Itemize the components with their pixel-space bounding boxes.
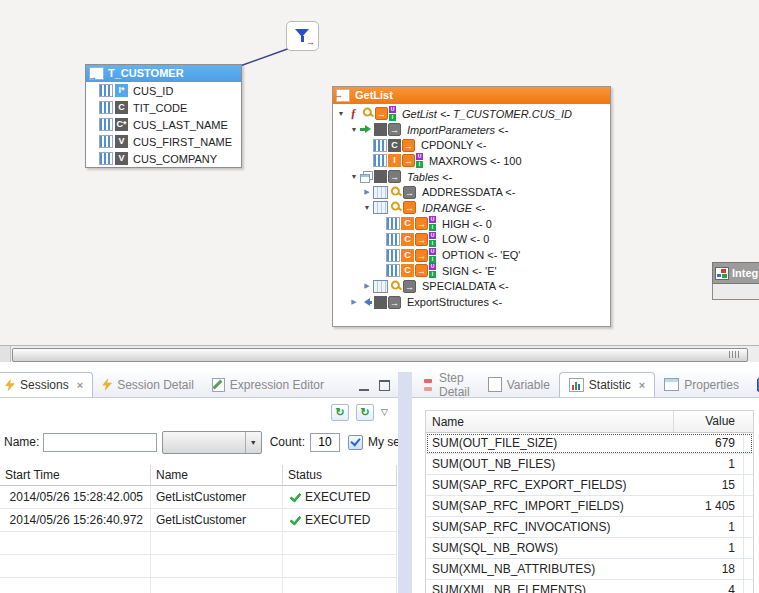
t-customer-datastore[interactable]: T_CUSTOMER I*CUS_IDCTIT_CODEC*CUS_LAST_N… — [85, 64, 242, 168]
flag-letter: U — [389, 106, 396, 113]
mapping-tree-row[interactable]: ▶→ExportStructures <- — [333, 294, 610, 310]
column-header-value[interactable]: Value — [673, 411, 743, 432]
refresh-clock-icon[interactable]: ↻ — [331, 404, 349, 421]
tab-label: Session Detail — [117, 378, 194, 392]
edit-icon — [212, 378, 225, 392]
import-icon — [360, 123, 373, 136]
mapping-tree-row[interactable]: ▶→ADDRESSDATA <- — [333, 184, 610, 200]
column-type-badge: I* — [115, 84, 128, 97]
expander-right-icon[interactable]: ▶ — [362, 187, 372, 197]
view-tab-properties[interactable]: Properties — [655, 372, 748, 397]
mapping-tree-row[interactable]: ▼I→UIMAXROWS <- 100 — [333, 153, 610, 169]
stat-row[interactable]: SUM(OUT_NB_FILES)1 — [426, 454, 753, 475]
my-sessions-label: My se — [368, 435, 398, 449]
view-tab-statistic[interactable]: Statistic× — [559, 372, 655, 398]
mapping-tree-row[interactable]: ▼→IDRANGE <- — [333, 200, 610, 216]
mapping-flags-icon: UI — [429, 248, 436, 263]
column-icon — [99, 135, 113, 148]
tables-icon — [360, 171, 373, 183]
tab-label: Expression Editor — [230, 378, 324, 392]
table-column-row[interactable]: VCUS_FIRST_NAME — [86, 133, 241, 150]
column-header-name[interactable]: Name — [426, 415, 673, 429]
scrollbar-grip-icon — [729, 351, 739, 358]
stat-row[interactable]: SUM(XML_NB_ATTRIBUTES)18 — [426, 559, 753, 580]
chevron-down-icon[interactable]: ▼ — [245, 432, 261, 453]
expander-down-icon[interactable]: ▼ — [336, 109, 346, 119]
expander-down-icon[interactable]: ▼ — [349, 172, 359, 182]
expander-right-icon[interactable]: ▶ — [349, 297, 359, 307]
out-arrow-icon: → — [375, 107, 388, 120]
stat-row[interactable]: SUM(XML_NB_ELEMENTS)4 — [426, 580, 753, 593]
mapping-tree-row[interactable]: ▼C→CPDONLY <- — [333, 137, 610, 153]
type-badge: C — [401, 264, 414, 277]
statistic-table-header[interactable]: Name Value — [426, 411, 753, 433]
integration-header[interactable]: Integ — [712, 262, 759, 284]
column-header-status[interactable]: Status — [283, 465, 397, 485]
session-row[interactable]: 2014/05/26 15:28:42.005GetListCustomerEX… — [0, 486, 397, 509]
mapping-tree-row[interactable]: ▼→Tables <- — [333, 169, 610, 185]
mapping-tree-row[interactable]: ▼C→UIOPTION <- 'EQ' — [333, 247, 610, 263]
out-arrow-icon: → — [403, 186, 416, 199]
table-column-row[interactable]: C*CUS_LAST_NAME — [86, 116, 241, 133]
getlist-header[interactable]: GetList — [333, 87, 610, 104]
name-filter-input[interactable] — [43, 433, 157, 452]
rfc-call-icon — [336, 89, 350, 102]
scrollbar-thumb[interactable] — [12, 348, 748, 362]
mapping-tree-row[interactable]: ▼ƒ→UIGetList <- T_CUSTOMER.CUS_ID — [333, 106, 610, 122]
mapping-tree-row[interactable]: ▼C→UIHIGH <- 0 — [333, 216, 610, 232]
panel-sash[interactable] — [398, 372, 412, 593]
expander-down-icon[interactable]: ▼ — [362, 203, 372, 213]
minimize-icon[interactable] — [359, 381, 369, 391]
stat-row[interactable]: SUM(OUT_FILE_SIZE)679 — [426, 433, 753, 454]
expander-right-icon[interactable]: ▶ — [362, 281, 372, 291]
column-header-name[interactable]: Name — [151, 465, 283, 485]
stat-row[interactable]: SUM(SAP_RFC_INVOCATIONS)1 — [426, 517, 753, 538]
table-column-row[interactable]: CTIT_CODE — [86, 99, 241, 116]
view-tab-expression-editor[interactable]: Expression Editor — [203, 372, 333, 397]
mapping-canvas[interactable]: → T_CUSTOMER I*CUS_IDCTIT_CODEC*CUS_LAST… — [0, 0, 759, 345]
table-column-row[interactable]: VCUS_COMPANY — [86, 150, 241, 167]
table-column-row[interactable]: I*CUS_ID — [86, 82, 241, 99]
sessions-filter-row: Name: ▼ Count: My se — [0, 429, 398, 455]
export-icon — [360, 296, 373, 309]
detail-tabbar: Step DetailVariableStatistic×Properties — [412, 372, 759, 398]
view-tab-sessions[interactable]: Sessions× — [0, 372, 93, 398]
count-input[interactable] — [310, 433, 340, 452]
my-sessions-checkbox[interactable] — [348, 435, 363, 450]
getlist-mapper[interactable]: GetList ▼ƒ→UIGetList <- T_CUSTOMER.CUS_I… — [332, 86, 611, 327]
horizontal-scrollbar[interactable] — [0, 345, 759, 362]
tab-label: Statistic — [589, 378, 631, 392]
stat-row[interactable]: SUM(SAP_RFC_IMPORT_FIELDS)1 405 — [426, 496, 753, 517]
filter-combo[interactable]: ▼ — [162, 431, 261, 454]
integration-node[interactable]: Integ — [712, 262, 759, 300]
column-header-start-time[interactable]: Start Time — [0, 465, 151, 485]
mapper-title: GetList — [355, 87, 393, 104]
mapping-tree-row[interactable]: ▶→SPECIALDATA <- — [333, 279, 610, 295]
sessions-toolbar: ↻↻▽ — [0, 401, 398, 423]
empty-row — [0, 532, 397, 555]
view-tab-variable[interactable]: Variable — [479, 372, 559, 397]
filter-node[interactable]: → — [286, 21, 319, 51]
mapping-expression: IDRANGE <- — [422, 202, 485, 214]
expander-down-icon[interactable]: ▼ — [349, 125, 359, 135]
mapping-tree-row[interactable]: ▼C→UILOW <- 0 — [333, 232, 610, 248]
stat-name: SUM(XML_NB_ELEMENTS) — [426, 580, 673, 593]
tab-close-icon[interactable]: × — [639, 380, 645, 391]
session-row[interactable]: 2014/05/26 15:26:40.972GetListCustomerEX… — [0, 509, 397, 532]
view-menu-icon[interactable]: ▽ — [381, 405, 388, 419]
view-tab-session-detail[interactable]: Session Detail — [93, 372, 203, 397]
tab-label: Sessions — [20, 378, 69, 392]
session-start-time: 2014/05/26 15:26:40.972 — [0, 509, 151, 531]
flag-letter: I — [429, 224, 436, 231]
t-customer-header[interactable]: T_CUSTOMER — [86, 65, 241, 82]
stat-row[interactable]: SUM(SAP_RFC_EXPORT_FIELDS)15 — [426, 475, 753, 496]
stat-row[interactable]: SUM(SQL_NB_ROWS)1 — [426, 538, 753, 559]
sessions-table-header[interactable]: Start Time Name Status — [0, 465, 397, 486]
maximize-icon[interactable] — [379, 380, 390, 391]
mapping-tree-row[interactable]: ▼→ImportParameters <- — [333, 122, 610, 138]
tab-close-icon[interactable]: × — [77, 380, 83, 391]
refresh-icon[interactable]: ↻ — [356, 404, 374, 421]
view-tab-step-detail[interactable]: Step Detail — [412, 372, 479, 397]
view-tab-clipped[interactable] — [748, 372, 759, 397]
mapping-tree-row[interactable]: ▼C→UISIGN <- 'E' — [333, 263, 610, 279]
